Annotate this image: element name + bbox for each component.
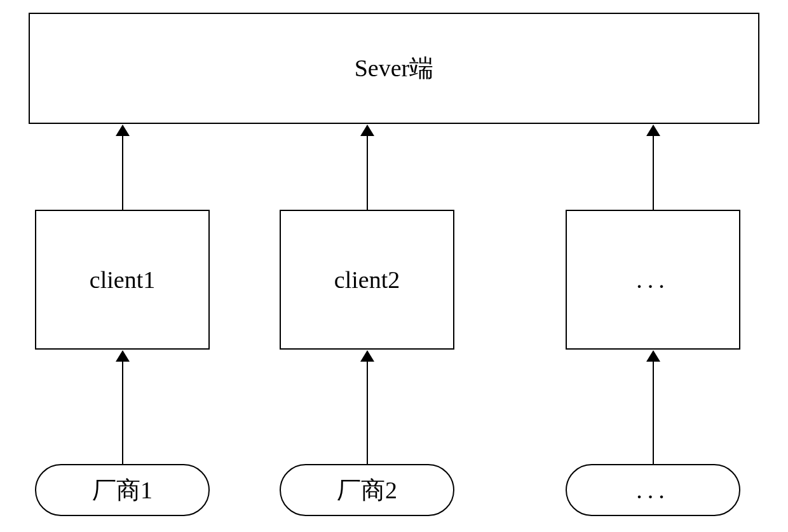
server-label: Sever端 [355,52,434,85]
client-box-1: client1 [35,210,210,350]
vendor-box-3: ... [566,464,740,516]
vendor-label-1: 厂商1 [92,474,153,507]
vendor-box-2: 厂商2 [280,464,454,516]
arrow-client3-to-server [653,133,654,210]
client-label-1: client1 [90,266,155,294]
arrow-client1-to-server [122,133,123,210]
vendor-label-3: ... [636,476,670,504]
vendor-box-1: 厂商1 [35,464,210,516]
arrow-vendor2-to-client2 [367,359,368,464]
client-box-2: client2 [280,210,454,350]
client-box-3: ... [566,210,740,350]
server-box: Sever端 [29,13,759,124]
client-label-2: client2 [334,266,400,294]
arrow-vendor3-to-client3 [653,359,654,464]
client-label-3: ... [636,266,670,294]
arrow-vendor1-to-client1 [122,359,123,464]
vendor-label-2: 厂商2 [337,474,397,507]
arrow-client2-to-server [367,133,368,210]
